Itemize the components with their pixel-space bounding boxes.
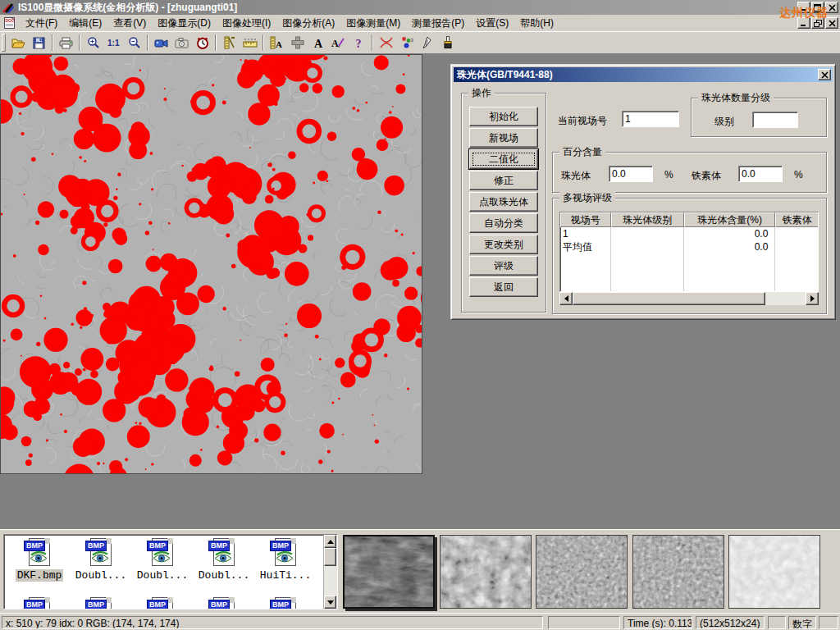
ruler-icon[interactable] bbox=[240, 34, 260, 52]
thumbnail-2[interactable] bbox=[440, 535, 532, 609]
binarize-button[interactable]: 二值化 bbox=[469, 149, 538, 169]
zoom-out-icon[interactable] bbox=[124, 34, 144, 52]
menu-image-display[interactable]: 图像显示(D) bbox=[152, 15, 217, 32]
rating-table[interactable]: 视场号 珠光体级别 珠光体含量(%) 铁素体 1 0.0 平均值 bbox=[559, 212, 819, 292]
help-icon[interactable]: ? bbox=[349, 34, 369, 52]
file-name[interactable]: Doubl... bbox=[135, 569, 189, 582]
file-item[interactable]: BMP Doubl... bbox=[71, 538, 131, 582]
classify-points-icon[interactable]: 3 bbox=[396, 34, 417, 52]
file-item[interactable]: BMP Doubl... bbox=[194, 538, 254, 582]
cell-ferrite bbox=[775, 227, 818, 240]
svg-text:A: A bbox=[314, 38, 323, 49]
file-item[interactable]: BMP bbox=[71, 597, 131, 609]
file-item[interactable]: BMP Doubl... bbox=[132, 538, 193, 582]
file-name[interactable]: DKF.bmp bbox=[16, 569, 64, 582]
video-camera-icon[interactable] bbox=[151, 34, 171, 52]
svg-text:?: ? bbox=[355, 38, 361, 49]
rate-button[interactable]: 评级 bbox=[469, 256, 538, 276]
bmp-badge: BMP bbox=[208, 541, 230, 551]
capture-icon[interactable] bbox=[171, 34, 192, 52]
menu-image-analysis[interactable]: 图像分析(A) bbox=[276, 15, 340, 32]
col-pearlite-content[interactable]: 珠光体含量(%) bbox=[684, 212, 775, 227]
table-row[interactable]: 1 0.0 bbox=[560, 227, 818, 240]
menu-image-process[interactable]: 图像处理(I) bbox=[217, 15, 276, 32]
pearlite-dialog: 珠光体(GB/T9441-88) 操作 初始化 新视场 二值化 修正 点取珠光体… bbox=[450, 64, 836, 320]
current-field-input[interactable] bbox=[622, 111, 679, 127]
file-item[interactable]: BMP DKF.bmp bbox=[9, 538, 70, 582]
zoom-in-icon[interactable] bbox=[83, 34, 103, 52]
auto-classify-button[interactable]: 自动分类 bbox=[469, 213, 538, 233]
scroll-up-icon[interactable] bbox=[324, 535, 336, 548]
toolbar-grip[interactable] bbox=[2, 34, 6, 52]
scroll-right-icon[interactable] bbox=[806, 292, 819, 305]
dialog-title-bar[interactable]: 珠光体(GB/T9441-88) bbox=[454, 67, 833, 82]
table-hscrollbar[interactable] bbox=[559, 292, 819, 305]
toolbar-separator bbox=[262, 34, 264, 51]
annotate-icon[interactable]: A bbox=[328, 34, 349, 52]
change-class-button[interactable]: 更改类别 bbox=[469, 235, 538, 254]
metallograph-image[interactable] bbox=[0, 54, 422, 474]
init-button[interactable]: 初始化 bbox=[469, 107, 538, 126]
file-item[interactable]: BMP HuiTi... bbox=[255, 538, 316, 582]
save-icon[interactable] bbox=[29, 34, 49, 52]
measure-text-icon[interactable]: A bbox=[267, 34, 287, 52]
ferrite-percent-input[interactable] bbox=[738, 166, 783, 182]
actual-size-icon[interactable]: 1:1 bbox=[103, 34, 124, 52]
pen-icon[interactable] bbox=[417, 34, 437, 52]
timer-icon[interactable] bbox=[192, 34, 212, 52]
grid-icon[interactable] bbox=[287, 34, 308, 52]
return-button[interactable]: 返回 bbox=[469, 277, 538, 297]
scroll-left-icon[interactable] bbox=[559, 292, 573, 305]
toolbar-separator bbox=[52, 34, 53, 51]
col-pearlite-grade[interactable]: 珠光体级别 bbox=[611, 212, 684, 227]
menu-file[interactable]: 文件(F) bbox=[20, 15, 63, 32]
pick-pearlite-button[interactable]: 点取珠光体 bbox=[469, 192, 538, 212]
menu-settings[interactable]: 设置(S) bbox=[470, 15, 514, 32]
print-icon[interactable] bbox=[56, 34, 76, 52]
correct-button[interactable]: 修正 bbox=[469, 171, 538, 190]
thumbnail-5[interactable] bbox=[728, 535, 820, 609]
table-row[interactable]: 平均值 0.0 bbox=[560, 240, 818, 253]
table-row-empty bbox=[560, 267, 818, 280]
svg-text:A: A bbox=[276, 39, 282, 49]
new-field-button[interactable]: 新视场 bbox=[469, 128, 538, 148]
menu-measure-report[interactable]: 测量报告(P) bbox=[406, 15, 470, 32]
text-icon[interactable]: A bbox=[308, 34, 328, 52]
file-item[interactable]: BMP bbox=[9, 597, 70, 609]
file-vscrollbar[interactable] bbox=[323, 535, 337, 609]
grade-input[interactable] bbox=[752, 112, 798, 128]
col-ferrite[interactable]: 铁素体 bbox=[775, 212, 818, 227]
scroll-down-icon[interactable] bbox=[324, 596, 336, 609]
eye-icon bbox=[30, 551, 48, 564]
pearlite-percent-input[interactable] bbox=[609, 166, 653, 182]
cell-content: 0.0 bbox=[684, 240, 775, 253]
file-name[interactable]: Doubl... bbox=[74, 569, 128, 582]
thumbnail-1[interactable] bbox=[343, 535, 435, 609]
menu-help[interactable]: 帮助(H) bbox=[514, 15, 559, 32]
document-icon[interactable]: DOC bbox=[3, 16, 16, 30]
curve-icon[interactable] bbox=[376, 34, 396, 52]
file-name[interactable]: Doubl... bbox=[197, 569, 251, 582]
thumbnail-3[interactable] bbox=[536, 535, 628, 609]
bmp-file-icon: BMP bbox=[25, 538, 53, 568]
status-image-size: (512x512x24) bbox=[696, 616, 765, 629]
dialog-close-icon[interactable] bbox=[818, 69, 831, 80]
file-name[interactable]: HuiTi... bbox=[258, 569, 313, 582]
scroll-thumb[interactable] bbox=[324, 548, 336, 566]
file-item[interactable]: BMP bbox=[132, 597, 193, 609]
caliper-icon[interactable] bbox=[219, 34, 240, 52]
thumbnail-4[interactable] bbox=[632, 535, 724, 609]
file-browser[interactable]: BMP DKF.bmp BMP Doubl... BMP bbox=[3, 534, 338, 609]
scroll-thumb[interactable] bbox=[573, 292, 765, 305]
menu-view[interactable]: 查看(V) bbox=[107, 15, 152, 32]
menu-image-measure[interactable]: 图像测量(M) bbox=[340, 15, 406, 32]
rating-group-label: 多视场评级 bbox=[559, 192, 615, 203]
col-field-no[interactable]: 视场号 bbox=[560, 212, 611, 227]
eye-icon bbox=[276, 551, 294, 564]
file-item[interactable]: BMP bbox=[194, 597, 254, 609]
menu-edit[interactable]: 编辑(E) bbox=[63, 15, 107, 32]
open-icon[interactable] bbox=[8, 34, 29, 52]
file-item[interactable]: BMP bbox=[255, 597, 316, 609]
brush-icon[interactable] bbox=[437, 34, 458, 52]
grade-label: 级别 bbox=[714, 115, 734, 129]
